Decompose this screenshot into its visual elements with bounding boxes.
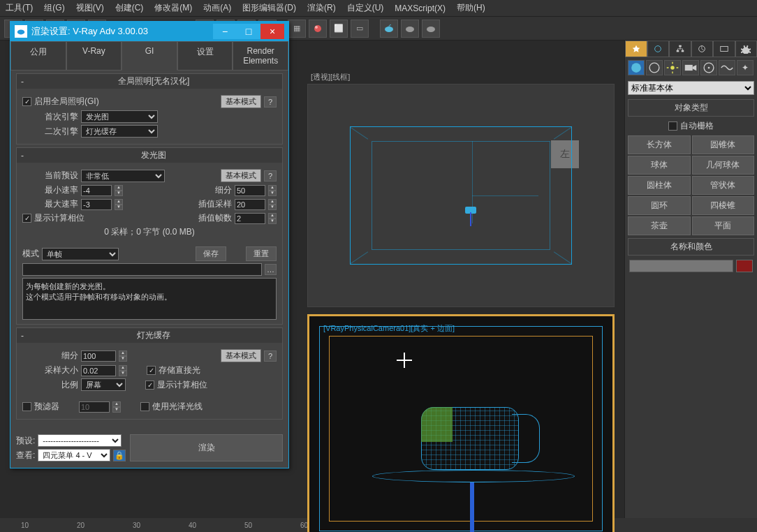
create-systems-icon[interactable]: ✦ <box>737 60 754 75</box>
rollout-lc-toggle[interactable]: - <box>21 331 29 341</box>
cmd-tab-motion[interactable] <box>691 40 714 57</box>
render-button[interactable]: 渲染 <box>130 434 283 461</box>
create-cameras-icon[interactable] <box>682 60 699 75</box>
menu-create[interactable]: 创建(C) <box>115 2 144 14</box>
irr-browse-button[interactable]: … <box>265 264 277 275</box>
cmd-tab-modify[interactable] <box>647 40 670 57</box>
tab-render-elements[interactable]: Render Elements <box>233 41 288 71</box>
create-spacewarps-icon[interactable] <box>719 60 735 75</box>
gi-mode-button[interactable]: 基本模式 <box>221 95 261 108</box>
rollout-gi-toggle[interactable]: - <box>21 77 29 87</box>
prim-plane-button[interactable]: 平面 <box>692 216 755 235</box>
tab-gi[interactable]: GI <box>122 41 177 71</box>
prim-cone-button[interactable]: 圆锥体 <box>692 135 755 154</box>
menu-help[interactable]: 帮助(H) <box>457 2 485 14</box>
show-calc-checkbox[interactable]: ✓ <box>22 214 31 223</box>
tool-teapot-b-icon[interactable] <box>422 20 440 38</box>
close-button[interactable]: × <box>260 24 284 39</box>
menu-modifiers[interactable]: 修改器(M) <box>154 2 192 14</box>
cmd-tab-hierarchy[interactable] <box>669 40 691 57</box>
interp-frames-spinner[interactable]: 2 <box>235 213 265 224</box>
tool-teapot-a-icon[interactable] <box>401 20 419 38</box>
secondary-engine-dropdown[interactable]: 灯光缓存 <box>81 125 158 138</box>
tool-material-icon[interactable] <box>309 20 327 38</box>
max-rate-spinner[interactable]: -3 <box>81 199 112 210</box>
cmd-tab-utilities[interactable] <box>735 40 758 57</box>
prim-tube-button[interactable]: 管状体 <box>692 176 755 195</box>
min-rate-spinner[interactable]: -4 <box>81 185 112 196</box>
autogrid-checkbox[interactable] <box>668 121 677 131</box>
create-shapes-icon[interactable] <box>646 60 663 75</box>
svg-rect-8 <box>682 50 684 52</box>
menu-rendering[interactable]: 渲染(R) <box>307 2 336 14</box>
create-helpers-icon[interactable] <box>700 60 717 75</box>
lc-mode-button[interactable]: 基本模式 <box>221 349 261 362</box>
create-geometry-icon[interactable] <box>628 60 645 75</box>
menu-maxscript[interactable]: MAXScript(X) <box>395 3 446 13</box>
lc-showcalc-checkbox[interactable]: ✓ <box>145 380 154 390</box>
preset-dropdown[interactable]: ---------------------- <box>38 434 122 447</box>
tab-settings[interactable]: 设置 <box>177 41 233 71</box>
menu-views[interactable]: 视图(V) <box>76 2 104 14</box>
prim-torus-button[interactable]: 圆环 <box>628 196 691 215</box>
tool-quick-render-icon[interactable] <box>380 20 398 38</box>
prim-teapot-button[interactable]: 茶壶 <box>628 216 691 235</box>
lc-prefilter-spinner[interactable]: 10 <box>79 401 110 413</box>
lc-prefilter-checkbox[interactable] <box>22 402 31 411</box>
lc-scale-dropdown[interactable]: 屏幕 <box>81 378 126 391</box>
irr-mode-dropdown[interactable]: 单帧 <box>42 248 119 260</box>
prim-pyramid-button[interactable]: 四棱锥 <box>692 196 755 215</box>
svg-point-13 <box>670 66 675 70</box>
tab-common[interactable]: 公用 <box>10 41 66 71</box>
tab-vray[interactable]: V-Ray <box>66 41 122 71</box>
name-color-title: 名称和颜色 <box>628 238 754 256</box>
tool-render-setup-icon[interactable]: ⬜ <box>330 20 348 38</box>
irr-mode-button[interactable]: 基本模式 <box>221 169 261 182</box>
primary-engine-dropdown[interactable]: 发光图 <box>81 110 158 123</box>
irr-file-path[interactable] <box>22 263 262 276</box>
tool-schematic-icon[interactable]: ▦ <box>288 20 306 38</box>
lc-help-button[interactable]: ? <box>264 350 277 362</box>
dialog-icon <box>15 25 27 38</box>
scene-object-table-leg <box>470 482 474 532</box>
irr-help-button[interactable]: ? <box>264 170 277 182</box>
viewport-perspective[interactable]: [透视][线框] 左 <box>307 84 615 307</box>
menu-tools[interactable]: 工具(T) <box>6 2 33 14</box>
lc-glossy-checkbox[interactable] <box>140 402 149 411</box>
cmd-tab-display[interactable] <box>713 40 735 57</box>
tool-render-frame-icon[interactable]: ▭ <box>351 20 369 38</box>
prim-sphere-button[interactable]: 球体 <box>628 156 691 175</box>
enable-gi-checkbox[interactable]: ✓ <box>22 97 31 106</box>
menu-animation[interactable]: 动画(A) <box>203 2 231 14</box>
gi-help-button[interactable]: ? <box>264 96 277 108</box>
object-name-input[interactable] <box>629 260 733 272</box>
lc-samplesize-spinner[interactable]: 0.02 <box>81 365 116 376</box>
create-lights-icon[interactable] <box>664 60 681 75</box>
subdivs-spinner[interactable]: 50 <box>235 185 265 196</box>
object-color-swatch[interactable] <box>736 260 753 272</box>
irr-save-button[interactable]: 保存 <box>196 246 226 261</box>
rollout-gi-title: 全局照明[无名汉化] <box>29 75 278 87</box>
cmd-tab-create[interactable] <box>625 40 647 57</box>
lc-storedirect-checkbox[interactable]: ✓ <box>147 366 156 375</box>
interp-samples-spinner[interactable]: 20 <box>235 199 265 210</box>
lock-view-button[interactable]: 🔒 <box>113 450 126 461</box>
prim-geosphere-button[interactable]: 几何球体 <box>692 156 755 175</box>
dialog-titlebar[interactable]: 渲染设置: V-Ray Adv 3.00.03 − □ × <box>10 22 288 41</box>
menu-customize[interactable]: 自定义(U) <box>347 2 384 14</box>
menu-grapheditors[interactable]: 图形编辑器(D) <box>242 2 296 14</box>
maximize-button[interactable]: □ <box>237 24 260 39</box>
menu-group[interactable]: 组(G) <box>44 2 64 14</box>
prim-cylinder-button[interactable]: 圆柱体 <box>628 176 691 195</box>
max-rate-label: 最大速率 <box>22 198 78 210</box>
irr-preset-dropdown[interactable]: 非常低 <box>81 170 165 182</box>
prim-box-button[interactable]: 长方体 <box>628 135 691 154</box>
viewport-camera[interactable]: [VRayPhysicalCamera01][真实 + 边面] <box>307 314 615 532</box>
lc-samplesize-label: 采样大小 <box>22 364 78 376</box>
rollout-irr-toggle[interactable]: - <box>21 151 29 161</box>
view-dropdown[interactable]: 四元菜单 4 - V <box>38 449 110 461</box>
minimize-button[interactable]: − <box>213 24 237 39</box>
geometry-category-dropdown[interactable]: 标准基本体 <box>628 81 754 95</box>
lc-subdivs-spinner[interactable]: 100 <box>81 350 116 362</box>
irr-reset-button[interactable]: 重置 <box>246 246 277 261</box>
